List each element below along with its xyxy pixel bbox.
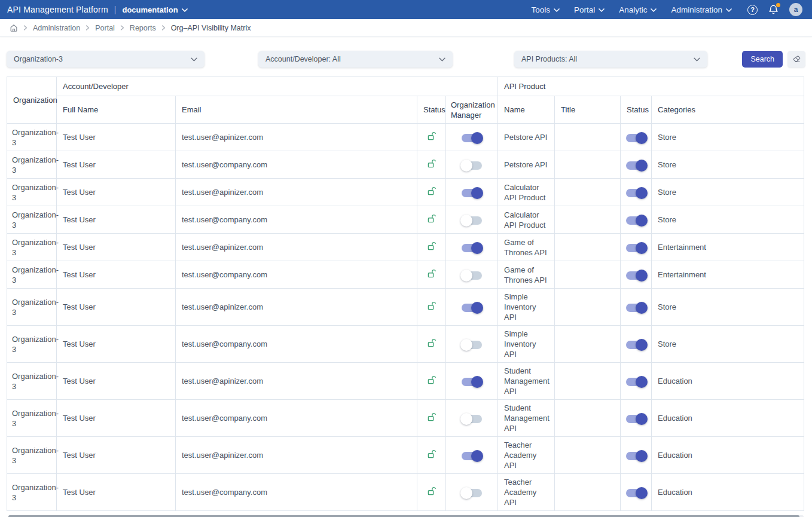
table-row: Organization-3Test Usertest.user@apinize…	[7, 124, 804, 151]
product-status-toggle[interactable]	[626, 378, 646, 386]
cell-email: test.user@apinizer.com	[176, 437, 417, 474]
nav-administration[interactable]: Administration	[671, 5, 732, 14]
cell-organization: Organization-3	[7, 206, 57, 234]
chevron-down-icon	[439, 57, 445, 62]
cell-email: test.user@apinizer.com	[176, 234, 417, 261]
cell-full-name: Test User	[57, 261, 176, 289]
organization-manager-toggle[interactable]	[462, 134, 482, 142]
topbar-left: API Management Platform | documentation	[7, 5, 188, 14]
product-status-toggle[interactable]	[626, 189, 646, 197]
chevron-right-icon	[86, 25, 90, 30]
toggle-knob	[460, 160, 472, 172]
cell-email: test.user@apinizer.com	[176, 289, 417, 326]
toggle-knob	[636, 339, 648, 351]
organization-manager-toggle[interactable]	[462, 378, 482, 386]
toggle-knob	[636, 242, 648, 254]
nav-label: Tools	[531, 5, 550, 14]
cell-product-status	[621, 179, 652, 206]
cell-email: test.user@apinizer.com	[176, 124, 417, 151]
toggle-knob	[636, 376, 648, 388]
topbar-right: ToolsPortalAnalyticAdministration ? a	[531, 3, 802, 16]
cell-account-status	[417, 437, 446, 474]
product-status-toggle[interactable]	[626, 341, 646, 349]
cell-categories: Education	[652, 474, 804, 511]
product-status-toggle[interactable]	[626, 161, 646, 170]
nav-label: Analytic	[619, 5, 647, 14]
toggle-knob	[471, 450, 483, 462]
cell-email: test.user@company.com	[176, 206, 417, 234]
toggle-knob	[636, 270, 648, 282]
table-row: Organization-3Test Usertest.user@apinize…	[7, 179, 804, 206]
cell-organization: Organization-3	[7, 289, 57, 326]
organization-manager-toggle[interactable]	[462, 161, 482, 170]
table-row: Organization-3Test Usertest.user@apinize…	[7, 234, 804, 261]
product-status-toggle[interactable]	[626, 304, 646, 312]
cell-organization-manager	[446, 474, 498, 511]
filter-bar: Organization-3 Account/Developer: All AP…	[7, 51, 805, 68]
organization-select[interactable]: Organization-3	[7, 51, 204, 68]
api-products-select-value: API Products: All	[521, 55, 577, 63]
organization-manager-toggle[interactable]	[462, 189, 482, 197]
table-row: Organization-3Test Usertest.user@apinize…	[7, 363, 804, 400]
cell-categories: Education	[652, 363, 804, 400]
organization-manager-toggle[interactable]	[462, 216, 482, 225]
cell-product-title	[555, 289, 621, 326]
organization-manager-toggle[interactable]	[462, 304, 482, 312]
product-status-toggle[interactable]	[626, 244, 646, 252]
column-header-account-status: Status	[417, 96, 446, 124]
environment-dropdown[interactable]: documentation	[122, 5, 187, 14]
cell-product-status	[621, 289, 652, 326]
clear-filters-button[interactable]	[787, 51, 805, 68]
toggle-knob	[636, 487, 648, 499]
toggle-knob	[636, 187, 648, 199]
breadcrumb-item[interactable]: Reports	[130, 24, 156, 32]
toggle-knob	[460, 413, 472, 425]
table-row: Organization-3Test Usertest.user@apinize…	[7, 437, 804, 474]
breadcrumb-items: AdministrationPortalReportsOrg–API Visib…	[23, 24, 251, 32]
breadcrumb-item[interactable]: Org–API Visibility Matrix	[171, 24, 251, 32]
topbar-divider: |	[114, 5, 117, 14]
app-title: API Management Platform	[7, 5, 108, 14]
cell-account-status	[417, 326, 446, 363]
cell-email: test.user@apinizer.com	[176, 363, 417, 400]
chevron-down-icon	[599, 8, 605, 12]
product-status-toggle[interactable]	[626, 489, 646, 497]
cell-organization-manager	[446, 261, 498, 289]
organization-manager-toggle[interactable]	[462, 415, 482, 423]
product-status-toggle[interactable]	[626, 415, 646, 423]
product-status-toggle[interactable]	[626, 271, 646, 280]
chevron-down-icon	[182, 8, 188, 12]
breadcrumb-item[interactable]: Administration	[33, 24, 80, 32]
nav-portal[interactable]: Portal	[574, 5, 605, 14]
account-developer-select[interactable]: Account/Developer: All	[258, 51, 453, 68]
chevron-right-icon	[23, 25, 28, 30]
help-button[interactable]: ?	[747, 5, 758, 15]
organization-manager-toggle[interactable]	[462, 341, 482, 349]
product-status-toggle[interactable]	[626, 452, 646, 460]
nav-tools[interactable]: Tools	[531, 5, 560, 14]
cell-product-name: Student Management API	[498, 400, 555, 437]
product-status-toggle[interactable]	[626, 134, 646, 142]
organization-manager-toggle[interactable]	[462, 244, 482, 252]
cell-product-title	[555, 326, 621, 363]
chevron-down-icon	[191, 57, 197, 62]
product-status-toggle[interactable]	[626, 216, 646, 225]
cell-product-name: Student Management API	[498, 363, 555, 400]
chevron-down-icon	[694, 57, 700, 62]
organization-manager-toggle[interactable]	[462, 489, 482, 497]
organization-manager-toggle[interactable]	[462, 452, 482, 460]
home-button[interactable]	[10, 24, 18, 32]
cell-organization-manager	[446, 124, 498, 151]
breadcrumb-item[interactable]: Portal	[95, 24, 115, 32]
toggle-knob	[460, 339, 472, 351]
organization-manager-toggle[interactable]	[462, 271, 482, 280]
avatar[interactable]: a	[789, 3, 802, 16]
toggle-knob	[471, 187, 483, 199]
api-products-select[interactable]: API Products: All	[514, 51, 707, 68]
notifications-button[interactable]	[768, 5, 779, 15]
cell-account-status	[417, 179, 446, 206]
nav-analytic[interactable]: Analytic	[619, 5, 657, 14]
search-button[interactable]: Search	[742, 51, 783, 68]
notification-dot	[776, 3, 780, 7]
toggle-knob	[471, 302, 483, 314]
